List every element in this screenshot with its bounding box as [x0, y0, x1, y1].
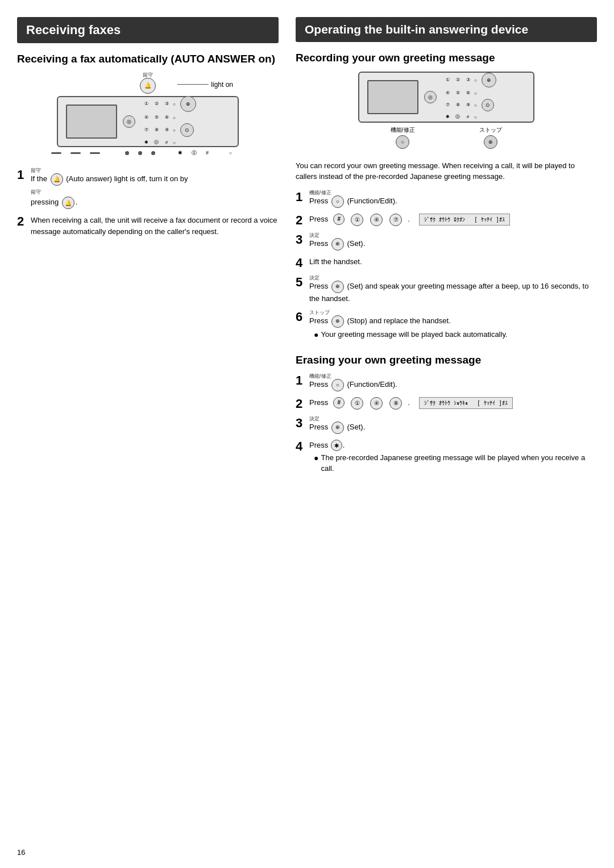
intro-text: You can record your own greeting message… — [296, 160, 597, 182]
r-key-4: ④ — [443, 89, 451, 97]
device-diagram-wrapper: 留守 🔔 light on ◎ ① ② ③ ○ ⊕ — [45, 73, 250, 157]
ryu-label-top: 留守 — [139, 73, 157, 78]
r-key-star: ✱ — [443, 113, 451, 121]
r-step1-func-btn: ○ — [331, 195, 344, 208]
right-step-3: 3 決定 Press ⊕ (Set). — [296, 233, 597, 251]
right-step-5: 5 決定 Press ⊕ (Set) and speak your greeti… — [296, 276, 597, 304]
r-step3-set-btn: ⊕ — [331, 238, 344, 251]
erase-section-title: Erasing your own greeting message — [296, 353, 597, 367]
auto-answer-icon-top: 🔔 — [140, 78, 156, 94]
device-screen — [66, 105, 117, 139]
r-step3-kanji: 決定 — [309, 233, 597, 238]
r-dot2: ○ — [474, 91, 477, 96]
key-dot3: ○ — [173, 128, 176, 133]
key-2: ② — [152, 100, 160, 108]
erase-section: Erasing your own greeting message 1 機能/修… — [296, 353, 597, 474]
key-star: ✱ — [142, 139, 150, 147]
r-step2-press: Press — [309, 214, 328, 225]
key-5: ⑤ — [152, 114, 160, 122]
r-step2-1: ① — [351, 214, 363, 226]
e-step3-set-btn: ⊕ — [331, 422, 344, 434]
e-step2-press: Press — [309, 397, 328, 408]
r-step6-press: Press — [309, 316, 328, 325]
r-key-3: ③ — [464, 76, 472, 84]
right-fax-diagram: ◎ ① ② ③ ○ ⊕ ④ ⑤ ⑥ ○ — [358, 72, 534, 123]
e-step2-4: ④ — [370, 397, 383, 410]
r-step3-text2: (Set). — [347, 239, 365, 248]
r-key-8: ⑧ — [454, 101, 462, 109]
e-step2-num: 2 — [296, 397, 309, 411]
e-step2-hash: # — [333, 397, 345, 408]
e-step4-bullet: ● The pre-recorded Japanese greeting mes… — [314, 453, 597, 473]
r-step1-num: 1 — [296, 190, 309, 208]
r-key-5: ⑤ — [454, 89, 462, 97]
step-1-number: 1 — [17, 168, 31, 210]
step1-kanji: 留守 — [31, 168, 279, 173]
key-4: ④ — [142, 114, 150, 122]
right-keypad: ① ② ③ ○ ⊕ ④ ⑤ ⑥ ○ ⑦ — [443, 73, 496, 121]
r-step2-num: 2 — [296, 214, 309, 227]
step1-press-icon: 🔔 — [62, 197, 74, 209]
key-hash-bottom: # — [206, 150, 209, 156]
e-step4-bullet-text: The pre-recorded Japanese greeting messa… — [321, 453, 597, 473]
r-step6-kanji: ストップ — [309, 310, 597, 315]
key-0: ⓪ — [152, 139, 160, 147]
key-dot1: ○ — [173, 102, 176, 107]
key-8: ⑧ — [152, 126, 160, 134]
right-step-6: 6 ストップ Press ⊗ (Stop) and replace the ha… — [296, 310, 597, 340]
r-step2-hash: # — [333, 214, 345, 225]
subsection-auto-answer-title: Receiving a fax automatically (AUTO ANSW… — [17, 52, 279, 66]
dot-bottom: ○ — [229, 151, 232, 156]
e-step1-num: 1 — [296, 374, 309, 391]
right-step-1: 1 機能/修正 Press ○ (Function/Edit). — [296, 190, 597, 208]
subsection-recording-title: Recording your own greeting message — [296, 51, 597, 65]
kinou-label-group: 機能/修正 ○ — [391, 126, 415, 149]
r-step5-set-btn: ⊕ — [331, 281, 344, 293]
stop-circle-btn: ⊗ — [484, 135, 497, 149]
r-step4-content: Lift the handset. — [309, 256, 597, 270]
right-section-header: Operating the built-in answering device — [296, 17, 597, 42]
r-dot4: ○ — [474, 115, 477, 120]
dot3 — [151, 151, 155, 155]
r-dot1: ○ — [474, 78, 477, 83]
e-step1-text2: (Function/Edit). — [347, 380, 397, 389]
r-step5-kanji: 決定 — [309, 276, 597, 281]
r-step6-text2: (Stop) and replace the handset. — [347, 316, 450, 325]
r-step2-4: ④ — [370, 214, 383, 226]
e-step3-num: 3 — [296, 416, 309, 434]
kinou-label-text: 機能/修正 — [391, 126, 415, 134]
step1-kanji2: 留守 — [31, 189, 41, 195]
r-step3-content: 決定 Press ⊕ (Set). — [309, 233, 597, 251]
r-key-9: ⑨ — [464, 101, 472, 109]
r-key-0: ⓪ — [454, 113, 462, 121]
e-step1-content: 機能/修正 Press ○ (Function/Edit). — [309, 374, 597, 391]
device-center-btn: ◎ — [123, 115, 135, 128]
r-step5-press: Press — [309, 282, 328, 291]
key-dot4: ○ — [173, 140, 176, 145]
e-step4-num: 4 — [296, 440, 309, 474]
r-step3-press: Press — [309, 239, 328, 248]
erase-step-2: 2 Press # ① ④ ⑧. ｼﾞｻｸ ｵｳﾄｳ ｼｮｳｷｮ [ ｹｯﾃｲ … — [296, 397, 597, 411]
dot2 — [138, 151, 142, 155]
left-step-1: 1 留守 If the 🔔 (Auto answer) light is off… — [17, 168, 279, 210]
step-2-number: 2 — [17, 215, 31, 237]
key-6: ⑥ — [163, 114, 171, 122]
e-step3-kanji: 決定 — [309, 416, 597, 422]
right-step-4: 4 Lift the handset. — [296, 256, 597, 270]
r-step4-text: Lift the handset. — [309, 257, 362, 266]
r-step6-num: 6 — [296, 310, 309, 340]
diagram-labels: 機能/修正 ○ ストップ ⊗ — [358, 126, 534, 149]
e-step1-func-btn: ○ — [331, 379, 344, 391]
light-on-label: light on — [211, 81, 233, 89]
step1-text3: pressing — [31, 198, 59, 207]
r-step1-text2: (Function/Edit). — [347, 197, 397, 205]
r-step1-press: Press — [309, 197, 328, 205]
dash3 — [90, 152, 100, 154]
device-keypad: ① ② ③ ○ ⊕ ④ ⑤ ⑥ ○ ⑦ ⑧ ⑨ — [142, 96, 196, 147]
e-step2-lcd: ｼﾞｻｸ ｵｳﾄｳ ｼｮｳｷｮ [ ｹｯﾃｲ ]ｵｽ — [419, 397, 513, 409]
r-step6-bullet: ● Your greeting message will be played b… — [314, 329, 597, 340]
kinou-circle-btn: ○ — [396, 135, 409, 149]
right-column: Operating the built-in answering device … — [296, 17, 597, 851]
e-step1-press: Press — [309, 380, 328, 389]
key-0-bottom: ⓪ — [192, 149, 197, 157]
